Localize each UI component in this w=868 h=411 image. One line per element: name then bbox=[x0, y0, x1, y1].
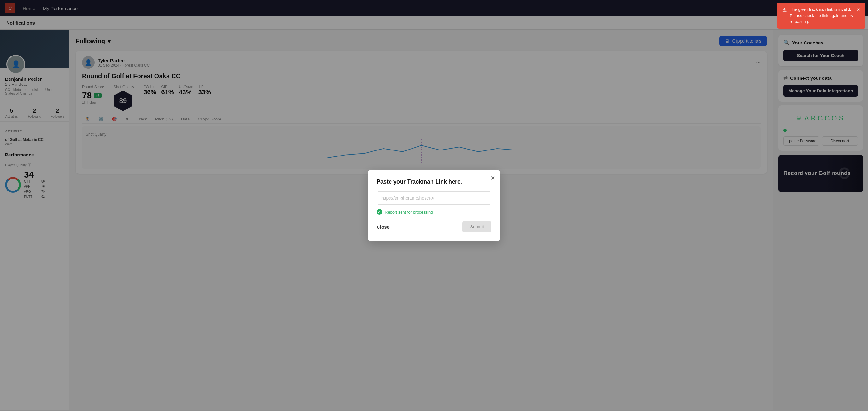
modal-title: Paste your Trackman Link here. bbox=[377, 179, 491, 185]
trackman-link-input[interactable] bbox=[377, 191, 491, 205]
success-check-icon: ✓ bbox=[377, 209, 382, 215]
modal-close-button[interactable]: Close bbox=[377, 224, 390, 230]
modal-overlay[interactable]: Paste your Trackman Link here. ✕ ✓ Repor… bbox=[0, 0, 868, 411]
trackman-modal: Paste your Trackman Link here. ✕ ✓ Repor… bbox=[368, 170, 500, 241]
success-text: Report sent for processing bbox=[385, 210, 433, 215]
error-icon: ⚠ bbox=[782, 6, 786, 14]
modal-close-icon[interactable]: ✕ bbox=[491, 175, 495, 182]
error-close-icon[interactable]: ✕ bbox=[856, 6, 861, 14]
modal-footer: Close Submit bbox=[377, 221, 491, 232]
error-message: The given trackman link is invalid. Plea… bbox=[790, 6, 853, 25]
modal-success-message: ✓ Report sent for processing bbox=[377, 209, 491, 215]
modal-submit-button[interactable]: Submit bbox=[462, 221, 491, 232]
error-toast: ⚠ The given trackman link is invalid. Pl… bbox=[777, 2, 866, 29]
